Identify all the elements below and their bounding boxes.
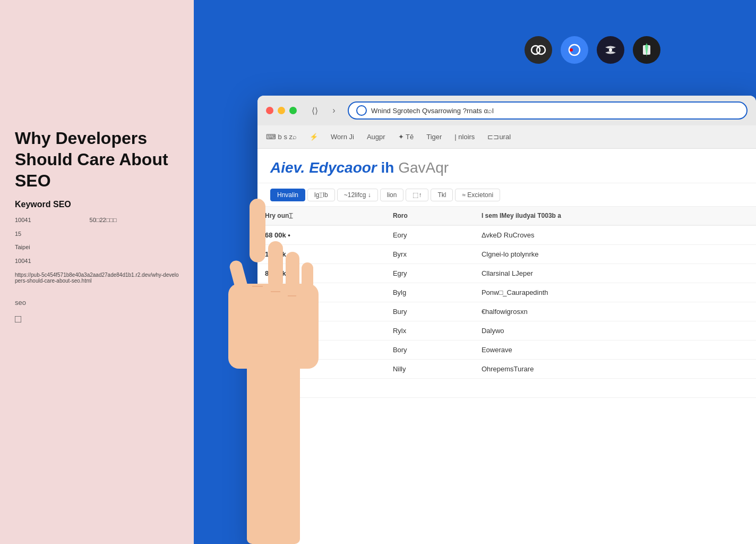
traffic-lights bbox=[266, 107, 297, 114]
cell-keyword: Eowerave bbox=[474, 341, 756, 360]
search-bar-text: Wnind Sgrotech Qvsarrowing ?rnats α⌕l bbox=[371, 107, 739, 115]
data-table: Hry oun⌶ Roro I sem IMey iludyai T003b a… bbox=[257, 207, 756, 398]
cell-volume: 13 00k→ bbox=[257, 245, 385, 264]
filter-tabs: Hnvalin lg⌶lb ~12lifcg ↓ lion ⬚↑ Tkl bbox=[257, 183, 756, 207]
cell-keyword: ΔvkeD RuCroves bbox=[474, 225, 756, 245]
cell-keyword: Ponw□_Caurapedinth bbox=[474, 283, 756, 302]
cell-volume: 68 00k • bbox=[257, 225, 385, 245]
tab-tiger[interactable]: Tiger bbox=[426, 133, 442, 141]
tab-spark-label: ⚡ bbox=[310, 133, 318, 141]
filter-tab-tkl[interactable]: Tkl bbox=[431, 189, 453, 201]
filter-tab-lion-label: lion bbox=[387, 191, 397, 199]
col-header-difficulty: Roro bbox=[385, 207, 474, 225]
article-url: https://pub-5c454f571b8e40a3a2aad27ade84… bbox=[15, 272, 179, 284]
filter-tab-12lifcg[interactable]: ~12lifcg ↓ bbox=[337, 189, 378, 201]
filter-tab-excietoni[interactable]: ≈ Excietoni bbox=[455, 189, 500, 201]
filter-tab-sort[interactable]: ⬚↑ bbox=[406, 189, 428, 201]
tab-augpr[interactable]: Augpr bbox=[367, 133, 385, 141]
tab-augpr-label: Augpr bbox=[367, 133, 385, 141]
col-header-volume: Hry oun⌶ bbox=[257, 207, 385, 225]
tab-ural-label: ⊏⊐ural bbox=[487, 133, 511, 141]
browser-window: ⟨⟩ › Wnind Sgrotech Qvsarrowing ?rnats α… bbox=[257, 96, 756, 544]
tab-worn-ji-label: Worn Ji bbox=[331, 133, 354, 141]
browser-icon-1[interactable] bbox=[525, 36, 552, 64]
browser-search-bar[interactable]: Wnind Sgrotech Qvsarrowing ?rnats α⌕l bbox=[348, 101, 748, 120]
meta-line-3: Taipei bbox=[15, 243, 179, 252]
content-title-part1: Aiev. Edycaoor bbox=[270, 159, 377, 176]
browser-icon-2[interactable] bbox=[561, 36, 588, 64]
cell-volume: 32 00k • bbox=[257, 341, 385, 360]
browser-titlebar: ⟨⟩ › Wnind Sgrotech Qvsarrowing ?rnats α… bbox=[257, 96, 756, 125]
cell-keyword bbox=[474, 379, 756, 398]
filter-tab-hnvalin-label: Hnvalin bbox=[277, 191, 298, 199]
filter-tab-hnvalin[interactable]: Hnvalin bbox=[270, 189, 305, 201]
browser-tabs-bar: ⌨ b s z⌕ ⚡ Worn Ji Augpr ✦ Tē Tiger | nl… bbox=[257, 125, 756, 149]
tab-te[interactable]: ✦ Tē bbox=[398, 133, 414, 141]
browser-icon-4[interactable] bbox=[633, 36, 660, 64]
table-header-row: Hry oun⌶ Roro I sem IMey iludyai T003b a bbox=[257, 207, 756, 225]
tab-spark[interactable]: ⚡ bbox=[310, 133, 318, 141]
browser-icon-3[interactable] bbox=[597, 36, 624, 64]
content-title: Aiev. Edycaoor ih GavAqr bbox=[270, 159, 743, 176]
cell-keyword: OhrepemsTurare bbox=[474, 360, 756, 379]
cell-volume: 32 00k • bbox=[257, 302, 385, 321]
table-row: 32 00k • Bury €halfowigrosxn bbox=[257, 302, 756, 321]
svg-point-4 bbox=[609, 48, 612, 52]
table-row: 68 00k • Eory ΔvkeD RuCroves bbox=[257, 225, 756, 245]
content-header: Aiev. Edycaoor ih GavAqr bbox=[257, 149, 756, 183]
cell-keyword: Clgnei-lo ptolynrke bbox=[474, 245, 756, 264]
filter-tab-lgtb-label: lg⌶lb bbox=[314, 191, 328, 199]
seo-icon: □ bbox=[15, 313, 179, 325]
filter-tab-12lifcg-label: ~12lifcg ↓ bbox=[344, 191, 371, 199]
back-button[interactable]: ⟨⟩ bbox=[307, 103, 322, 118]
cell-difficulty: Bylg bbox=[385, 283, 474, 302]
tab-te-label: ✦ Tē bbox=[398, 133, 414, 141]
browser-icons-group bbox=[525, 36, 660, 64]
cell-volume: S0 00k • bbox=[257, 360, 385, 379]
browser-nav: ⟨⟩ › bbox=[307, 103, 341, 118]
cell-volume: 8F 00k • bbox=[257, 379, 385, 398]
tab-worn-ji[interactable]: Worn Ji bbox=[331, 133, 354, 141]
cell-keyword: Cllarsinal LJeper bbox=[474, 264, 756, 283]
filter-tab-lion[interactable]: lion bbox=[380, 189, 404, 201]
table-row: 8F 00k • bbox=[257, 379, 756, 398]
filter-tab-lgtb[interactable]: lg⌶lb bbox=[307, 189, 335, 201]
filter-tab-tkl-label: Tkl bbox=[437, 191, 446, 199]
svg-point-1 bbox=[537, 46, 545, 54]
cell-volume: 80 00k • bbox=[257, 283, 385, 302]
cell-difficulty: Nilly bbox=[385, 360, 474, 379]
tab-keyboard[interactable]: ⌨ b s z⌕ bbox=[266, 133, 297, 141]
cell-difficulty: Egry bbox=[385, 264, 474, 283]
tab-nloirs[interactable]: | nloirs bbox=[454, 133, 475, 141]
close-button[interactable] bbox=[266, 107, 273, 114]
minimize-button[interactable] bbox=[278, 107, 285, 114]
meta-line-2: 15 bbox=[15, 230, 179, 239]
table-row: 32 00k • Bory Eowerave bbox=[257, 341, 756, 360]
filter-tab-excietoni-label: ≈ Excietoni bbox=[462, 191, 493, 199]
search-circle-icon bbox=[356, 105, 367, 116]
left-sidebar: Why Developers Should Care About SEO Key… bbox=[0, 0, 194, 544]
maximize-button[interactable] bbox=[289, 107, 297, 114]
cell-difficulty: Byrx bbox=[385, 245, 474, 264]
filter-tab-sort-label: ⬚↑ bbox=[413, 191, 422, 199]
cell-difficulty bbox=[385, 379, 474, 398]
content-title-part3: GavAqr bbox=[398, 159, 449, 176]
tab-keyboard-label: ⌨ b s z⌕ bbox=[266, 133, 297, 141]
right-panel: ⟨⟩ › Wnind Sgrotech Qvsarrowing ?rnats α… bbox=[194, 0, 756, 544]
meta-line-4: 10041 bbox=[15, 257, 179, 266]
cell-volume: 17 004 • bbox=[257, 321, 385, 341]
content-title-part2: ih bbox=[381, 159, 394, 176]
browser-content: Aiev. Edycaoor ih GavAqr Hnvalin lg⌶lb ~… bbox=[257, 149, 756, 544]
cell-difficulty: Eory bbox=[385, 225, 474, 245]
forward-button[interactable]: › bbox=[327, 103, 341, 118]
tab-nloirs-label: | nloirs bbox=[454, 133, 475, 141]
table-row: 81 00k • Egry Cllarsinal LJeper bbox=[257, 264, 756, 283]
tab-ural[interactable]: ⊏⊐ural bbox=[487, 133, 511, 141]
table-row: 17 004 • Rylx Dalywo bbox=[257, 321, 756, 341]
table-row: S0 00k • Nilly OhrepemsTurare bbox=[257, 360, 756, 379]
svg-rect-10 bbox=[228, 259, 250, 299]
table-row: 13 00k→ Byrx Clgnei-lo ptolynrke bbox=[257, 245, 756, 264]
cell-difficulty: Rylx bbox=[385, 321, 474, 341]
cell-difficulty: Bory bbox=[385, 341, 474, 360]
meta-line-1: 10041 50□22□□□ bbox=[15, 216, 179, 225]
